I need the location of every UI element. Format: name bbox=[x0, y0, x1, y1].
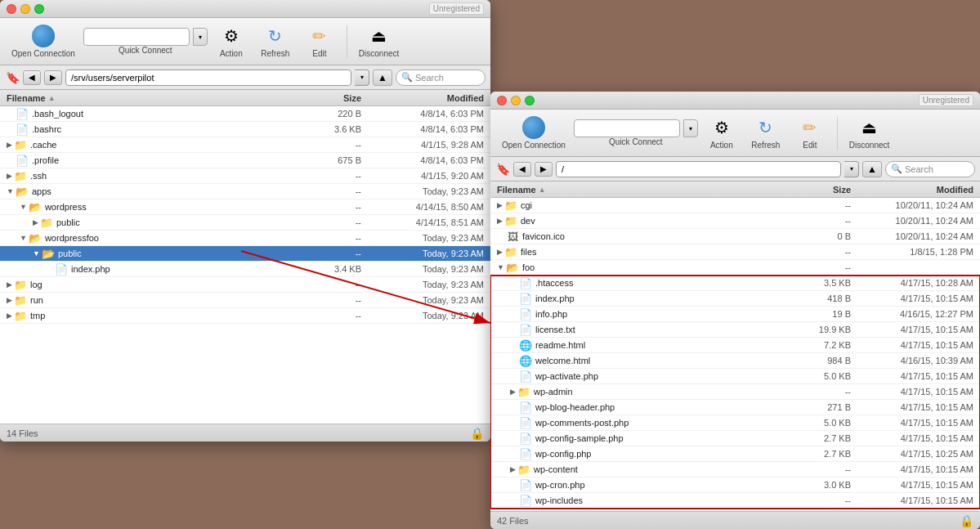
file-row[interactable]: ▶ 📁 run -- Today, 9:23 AM bbox=[0, 293, 490, 308]
file-row[interactable]: ▼ 📂 apps -- Today, 9:23 AM bbox=[0, 184, 490, 199]
file-row[interactable]: ▶ 📁 wp-admin -- 4/17/15, 10:15 AM bbox=[490, 384, 980, 400]
right-navigate-up-button[interactable]: ▲ bbox=[862, 161, 882, 177]
right-search-box[interactable]: 🔍 Search bbox=[885, 161, 975, 177]
file-row[interactable]: ▶ 📁 dev -- 10/20/11, 10:24 AM bbox=[490, 213, 980, 229]
right-filename-column-header[interactable]: Filename ▲ bbox=[497, 185, 794, 195]
file-row[interactable]: 🌐 welcome.html 984 B 4/16/15, 10:39 AM bbox=[490, 353, 980, 369]
file-row[interactable]: 📄 info.php 19 B 4/16/15, 12:27 PM bbox=[490, 307, 980, 322]
right-file-count: 42 Files bbox=[497, 516, 529, 526]
right-edit-button[interactable]: ✏ Edit bbox=[790, 113, 830, 153]
file-row[interactable]: 📄 wp-config-sample.php 2.7 KB 4/17/15, 1… bbox=[490, 431, 980, 446]
refresh-button[interactable]: ↻ Refresh bbox=[255, 21, 296, 61]
file-row[interactable]: ▶ 📁 log -- Today, 9:23 AM bbox=[0, 277, 490, 293]
right-size-column-header[interactable]: Size bbox=[794, 185, 851, 195]
file-row[interactable]: 📄 license.txt 19.9 KB 4/17/15, 10:15 AM bbox=[490, 322, 980, 338]
file-row[interactable]: 📄 .profile 675 B 4/8/14, 6:03 PM bbox=[0, 153, 490, 168]
search-box[interactable]: 🔍 Search bbox=[396, 69, 486, 86]
file-row[interactable]: 📄 wp-config.php 2.7 KB 4/17/15, 10:25 AM bbox=[490, 446, 980, 462]
file-icon: 📁 bbox=[14, 294, 27, 307]
file-icon: 📂 bbox=[29, 231, 42, 244]
file-size: -- bbox=[304, 311, 361, 321]
right-maximize-button[interactable] bbox=[525, 96, 535, 105]
file-icon: 📄 bbox=[519, 447, 532, 460]
file-row[interactable]: 📄 index.php 3.4 KB Today, 9:23 AM bbox=[0, 262, 490, 277]
file-name: .bash_logout bbox=[32, 109, 304, 119]
right-quick-connect-input[interactable] bbox=[574, 119, 680, 137]
right-nav-back-button[interactable]: ◀ bbox=[513, 162, 531, 177]
right-minimize-button[interactable] bbox=[511, 96, 521, 105]
file-row[interactable]: 🌐 readme.html 7.2 KB 4/17/15, 10:15 AM bbox=[490, 338, 980, 353]
file-icon: 📄 bbox=[16, 107, 29, 120]
file-row[interactable]: 🖼 favicon.ico 0 B 10/20/11, 10:24 AM bbox=[490, 229, 980, 244]
right-disconnect-button[interactable]: ⏏ Disconnect bbox=[844, 113, 894, 153]
quick-connect-dropdown[interactable]: ▾ bbox=[193, 28, 208, 46]
file-row[interactable]: 📄 .bashrc 3.6 KB 4/8/14, 6:03 PM bbox=[0, 122, 490, 137]
nav-back-button[interactable]: ◀ bbox=[23, 70, 41, 85]
edit-button[interactable]: ✏ Edit bbox=[299, 21, 340, 61]
modified-column-header[interactable]: Modified bbox=[361, 93, 484, 103]
file-icon: 📁 bbox=[14, 309, 27, 322]
file-modified: 4/1/15, 9:28 AM bbox=[361, 140, 484, 150]
file-row[interactable]: ▼ 📂 wordpressfoo -- Today, 9:23 AM bbox=[0, 231, 490, 246]
file-row[interactable]: ▼ 📂 wordpress -- 4/14/15, 8:50 AM bbox=[0, 199, 490, 215]
file-row[interactable]: ▼ 📂 public -- Today, 9:23 AM bbox=[0, 246, 490, 262]
expand-arrow-icon: ▶ bbox=[7, 312, 12, 320]
right-open-connection-button[interactable]: Open Connection bbox=[497, 113, 571, 153]
quick-connect-label: Quick Connect bbox=[119, 46, 172, 55]
file-row[interactable]: 📄 wp-cron.php 3.0 KB 4/17/15, 10:15 AM bbox=[490, 477, 980, 493]
right-nav-forward-button[interactable]: ▶ bbox=[535, 162, 553, 177]
right-close-button[interactable] bbox=[497, 96, 507, 105]
left-window: Unregistered Open Connection ▾ Quick Con… bbox=[0, 0, 490, 442]
disconnect-button[interactable]: ⏏ Disconnect bbox=[354, 21, 404, 61]
file-modified: 4/16/15, 10:39 AM bbox=[851, 356, 973, 365]
file-name: run bbox=[30, 295, 304, 305]
edit-label: Edit bbox=[312, 49, 326, 58]
file-row[interactable]: 📄 wp-includes -- 4/17/15, 10:15 AM bbox=[490, 493, 980, 509]
file-name: .ssh bbox=[30, 171, 304, 181]
file-size: 675 B bbox=[304, 155, 361, 165]
right-refresh-button[interactable]: ↻ Refresh bbox=[745, 113, 786, 153]
bookmark-icon[interactable]: 🔖 bbox=[5, 70, 20, 85]
right-address-dropdown[interactable]: ▾ bbox=[844, 161, 859, 177]
file-row[interactable]: ▶ 📁 .ssh -- 4/1/15, 9:20 AM bbox=[0, 168, 490, 184]
file-row[interactable]: 📄 .bash_logout 220 B 4/8/14, 6:03 PM bbox=[0, 106, 490, 122]
address-path[interactable]: /srv/users/serverpilot bbox=[65, 69, 351, 86]
right-address-path[interactable]: / bbox=[556, 161, 841, 177]
right-action-button[interactable]: ⚙ Action bbox=[701, 113, 742, 153]
right-address-bar: 🔖 ◀ ▶ / ▾ ▲ 🔍 Search bbox=[490, 157, 980, 182]
filename-column-header[interactable]: Filename ▲ bbox=[7, 93, 304, 103]
address-dropdown[interactable]: ▾ bbox=[355, 69, 369, 86]
maximize-button[interactable] bbox=[34, 4, 44, 14]
file-row[interactable]: 📄 .htaccess 3.5 KB 4/17/15, 10:28 AM bbox=[490, 276, 980, 291]
file-size: -- bbox=[304, 295, 361, 305]
right-quick-connect-dropdown[interactable]: ▾ bbox=[683, 119, 698, 137]
file-row[interactable]: ▶ 📁 cgi -- 10/20/11, 10:24 AM bbox=[490, 198, 980, 213]
file-icon: 📁 bbox=[14, 278, 27, 291]
close-button[interactable] bbox=[7, 4, 16, 14]
search-icon: 🔍 bbox=[401, 72, 413, 83]
file-row[interactable]: ▶ 📁 public -- 4/14/15, 8:51 AM bbox=[0, 215, 490, 231]
quick-connect-input[interactable] bbox=[83, 28, 190, 46]
nav-forward-button[interactable]: ▶ bbox=[44, 70, 62, 85]
file-row[interactable]: 📄 wp-comments-post.php 5.0 KB 4/17/15, 1… bbox=[490, 415, 980, 431]
file-row[interactable]: 📄 wp-activate.php 5.0 KB 4/17/15, 10:15 … bbox=[490, 369, 980, 384]
file-row[interactable]: ▶ 📁 wp-content -- 4/17/15, 10:15 AM bbox=[490, 462, 980, 477]
open-connection-button[interactable]: Open Connection bbox=[7, 21, 80, 61]
right-bookmark-icon[interactable]: 🔖 bbox=[495, 162, 510, 177]
file-icon: 🌐 bbox=[519, 354, 532, 367]
right-modified-column-header[interactable]: Modified bbox=[851, 185, 973, 195]
file-row[interactable]: ▼ 📂 foo -- bbox=[490, 260, 980, 276]
action-button[interactable]: ⚙ Action bbox=[211, 21, 252, 61]
file-name: info.php bbox=[535, 309, 794, 319]
size-column-header[interactable]: Size bbox=[304, 93, 361, 103]
file-name: wp-includes bbox=[535, 495, 794, 505]
minimize-button[interactable] bbox=[20, 4, 30, 14]
file-row[interactable]: ▶ 📁 tmp -- Today, 9:23 AM bbox=[0, 308, 490, 324]
right-open-connection-icon bbox=[522, 116, 545, 139]
navigate-up-button[interactable]: ▲ bbox=[373, 69, 392, 86]
file-row[interactable]: ▶ 📁 .cache -- 4/1/15, 9:28 AM bbox=[0, 137, 490, 153]
file-row[interactable]: 📄 wp-blog-header.php 271 B 4/17/15, 10:1… bbox=[490, 400, 980, 415]
file-row[interactable]: ▶ 📁 files -- 1/8/15, 1:28 PM bbox=[490, 244, 980, 260]
file-modified: 1/8/15, 1:28 PM bbox=[851, 247, 973, 257]
file-row[interactable]: 📄 index.php 418 B 4/17/15, 10:15 AM bbox=[490, 291, 980, 307]
